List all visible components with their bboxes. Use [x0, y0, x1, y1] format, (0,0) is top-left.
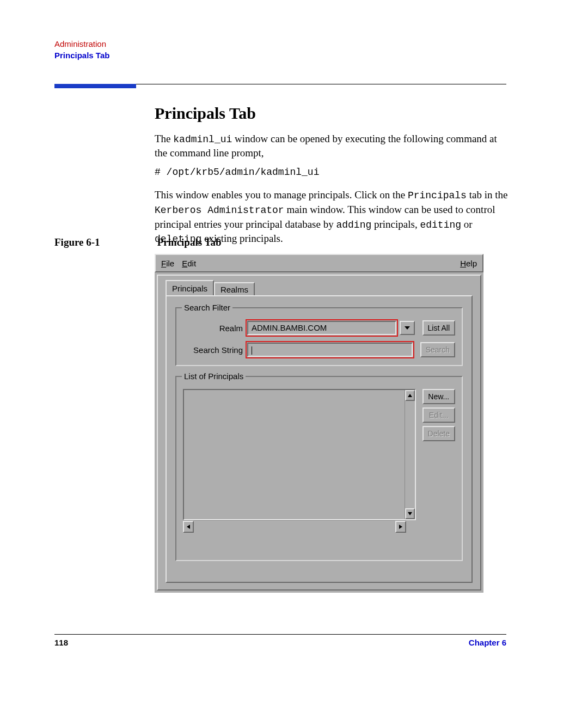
principals-listbox[interactable]: [183, 389, 416, 520]
running-header-chapter: Administration: [54, 38, 109, 50]
search-string-field[interactable]: [247, 343, 413, 357]
search-filter-title: Search Filter: [182, 303, 232, 312]
menu-file[interactable]: File: [161, 259, 174, 268]
vertical-scrollbar[interactable]: [405, 390, 415, 519]
code-kadminl-ui: kadminl_ui: [173, 134, 232, 145]
realm-label: Realm: [183, 324, 247, 333]
section-rule: [54, 84, 506, 88]
chevron-left-icon: [187, 525, 190, 529]
delete-button[interactable]: Delete: [422, 426, 455, 441]
scroll-up-button[interactable]: [405, 390, 415, 401]
list-of-principals-group: List of Principals: [175, 376, 463, 561]
command-line: # /opt/krb5/admin/kadminl_ui: [155, 166, 509, 179]
chevron-up-icon: [408, 394, 412, 397]
svg-marker-4: [399, 525, 402, 529]
svg-marker-3: [187, 525, 190, 529]
menu-edit[interactable]: Edit: [182, 259, 196, 268]
kerberos-admin-window: File Edit Help Principals Realms Search …: [155, 254, 483, 593]
section-title: Principals Tab: [155, 102, 509, 124]
horizontal-scrollbar[interactable]: [183, 520, 406, 531]
list-of-principals-title: List of Principals: [182, 372, 246, 381]
search-filter-group: Search Filter Realm ADMIN.BAMBI.COM List…: [175, 307, 463, 366]
chevron-down-icon: [405, 326, 410, 330]
scroll-left-button[interactable]: [183, 521, 194, 533]
new-button[interactable]: New...: [422, 389, 455, 404]
search-string-label: Search String: [183, 345, 247, 355]
tab-principals[interactable]: Principals: [166, 280, 214, 296]
realm-dropdown-button[interactable]: [400, 321, 415, 335]
scroll-right-button[interactable]: [395, 521, 406, 533]
search-button[interactable]: Search: [420, 342, 455, 357]
intro-paragraph-1: The kadminl_ui window can be opened by e…: [155, 132, 509, 160]
menu-help[interactable]: Help: [460, 259, 477, 268]
figure-caption-text: Principals Tab: [157, 236, 222, 248]
svg-marker-0: [405, 326, 410, 330]
figure-number: Figure 6-1: [54, 236, 155, 248]
edit-button[interactable]: Edit...: [422, 407, 455, 423]
realm-field[interactable]: ADMIN.BAMBI.COM: [247, 321, 396, 335]
page-number: 118: [54, 638, 68, 647]
svg-marker-2: [408, 512, 412, 515]
running-header-section: Principals Tab: [54, 50, 109, 61]
chevron-right-icon: [399, 525, 402, 529]
list-all-button[interactable]: List All: [422, 320, 455, 336]
svg-marker-1: [408, 394, 412, 397]
menubar: File Edit Help: [155, 254, 483, 272]
scroll-down-button[interactable]: [405, 508, 415, 519]
chevron-down-icon: [408, 512, 412, 515]
footer-chapter: Chapter 6: [469, 638, 506, 647]
text-cursor-icon: [252, 346, 252, 355]
